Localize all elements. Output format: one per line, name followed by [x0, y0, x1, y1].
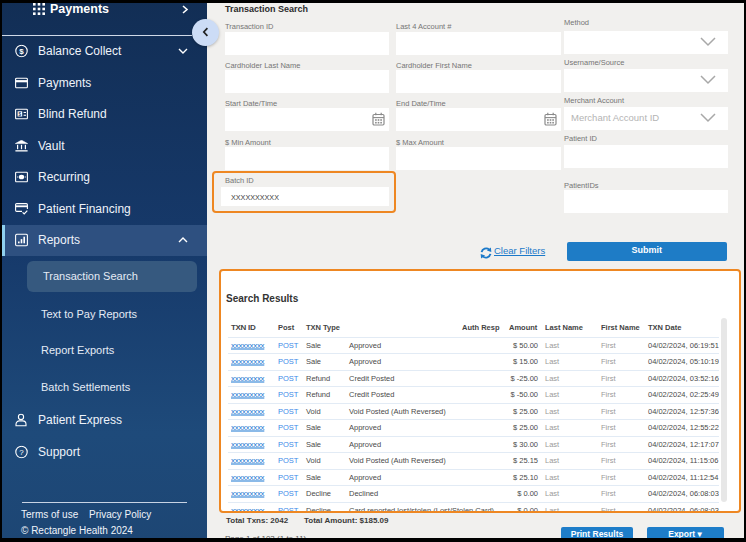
svg-text:$: $ [19, 47, 24, 56]
svg-text:?: ? [19, 447, 24, 456]
svg-text:$: $ [19, 112, 22, 117]
